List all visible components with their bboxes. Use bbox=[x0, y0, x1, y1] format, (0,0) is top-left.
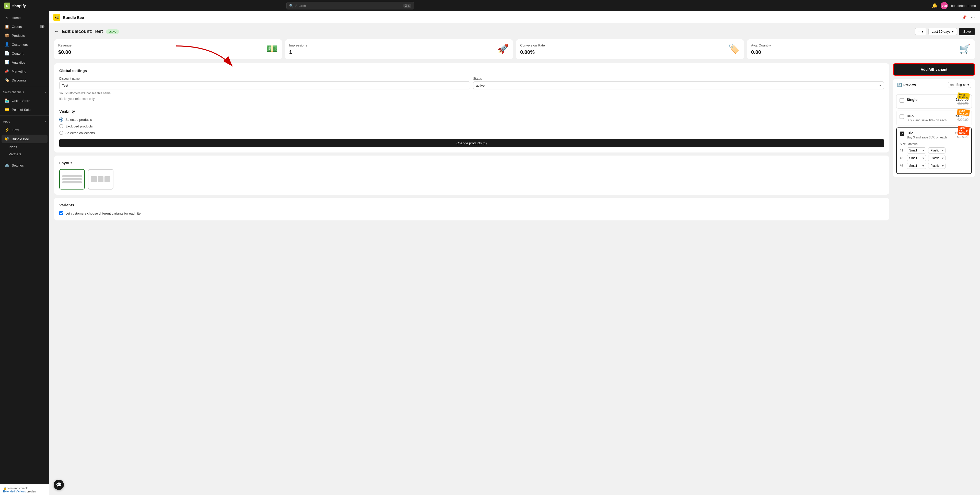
sidebar-item-products[interactable]: 📦 Products bbox=[2, 31, 48, 40]
search-shortcut: ⌘ K bbox=[403, 4, 411, 8]
visibility-title: Visibility bbox=[59, 109, 884, 113]
search-placeholder: Search bbox=[295, 4, 306, 8]
sidebar-label-online-store: Online Store bbox=[12, 99, 30, 103]
variant-size-select-3[interactable]: Small Medium Large bbox=[907, 163, 926, 169]
product-option-single: BESTCHOICE Single €100.00 €105 bbox=[896, 94, 972, 108]
stat-card-avg-quantity: Avg. Quantity 0.00 🛒 bbox=[747, 39, 975, 59]
sidebar-label-bundle-bee: Bundle Bee bbox=[12, 137, 29, 141]
variant-material-select-3[interactable]: Plastic Wood Metal bbox=[928, 163, 945, 169]
banner-link-row: Extended Variants preview bbox=[3, 490, 46, 493]
single-option-row: Single €100.00 €105.00 bbox=[899, 97, 969, 105]
sidebar-item-marketing[interactable]: 📣 Marketing bbox=[2, 67, 48, 76]
conversion-icon: 🏷️ bbox=[729, 43, 740, 54]
sidebar-label-products: Products bbox=[12, 34, 25, 38]
layout-line-2 bbox=[62, 178, 82, 180]
sidebar-item-point-of-sale[interactable]: 💳 Point of Sale bbox=[2, 105, 48, 114]
variant-num-1: #1 bbox=[900, 149, 905, 152]
radio-label-selected: Selected products bbox=[65, 118, 92, 122]
variant-size-select-2[interactable]: Small Medium Large bbox=[907, 155, 926, 161]
sidebar-separator-2 bbox=[0, 115, 49, 116]
sidebar-subitem-partners[interactable]: Partners bbox=[2, 151, 48, 158]
sidebar-item-online-store[interactable]: 🏪 Online Store bbox=[2, 96, 48, 105]
more-button[interactable]: ⋯ bbox=[970, 14, 976, 21]
single-name: Single bbox=[907, 97, 917, 102]
sidebar: ⌂ Home 📋 Orders 4 📦 Products 👤 Customers… bbox=[0, 11, 49, 495]
radio-selected-collections[interactable]: Selected collections bbox=[59, 131, 884, 135]
sidebar-label-discounts: Discounts bbox=[12, 78, 26, 82]
pin-button[interactable]: 📌 bbox=[961, 14, 968, 21]
sidebar-item-home[interactable]: ⌂ Home bbox=[2, 14, 48, 22]
trio-desc: Buy 3 and save 30% on each bbox=[907, 135, 947, 139]
layout-option-grid[interactable] bbox=[88, 169, 113, 189]
radio-circle-selected bbox=[59, 118, 64, 122]
status-select[interactable]: active inactive bbox=[473, 81, 884, 89]
top-navigation: S shopify 🔍 Search ⌘ K 🔔 bun bundlebee-d… bbox=[0, 0, 980, 11]
revenue-label: Revenue bbox=[58, 43, 72, 47]
discount-help-2: It's for your reference only bbox=[59, 97, 470, 100]
sidebar-item-orders[interactable]: 📋 Orders 4 bbox=[2, 22, 48, 31]
revenue-value: $0.00 bbox=[58, 49, 72, 55]
period-selector-button[interactable]: Last 30 days ▾ bbox=[928, 28, 957, 35]
app-header-actions: 📌 ⋯ bbox=[961, 14, 976, 21]
trio-checkbox[interactable]: ✓ bbox=[900, 132, 904, 136]
shopify-logo[interactable]: S shopify bbox=[4, 3, 26, 9]
variant-num-2: #2 bbox=[900, 156, 905, 160]
discount-help-1: Your customers will not see this name. bbox=[59, 91, 470, 95]
change-products-button[interactable]: Change products (1) bbox=[59, 139, 884, 147]
sidebar-item-content[interactable]: 📄 Content bbox=[2, 49, 48, 58]
analytics-icon: 📊 bbox=[5, 60, 9, 65]
sidebar-item-flow[interactable]: ⚡ Flow bbox=[2, 126, 48, 134]
add-ab-variant-button[interactable]: Add A/B variant bbox=[893, 63, 975, 76]
conversion-label: Conversion Rate bbox=[520, 43, 545, 47]
single-checkbox[interactable] bbox=[899, 98, 904, 103]
more-options-button[interactable]: ··· ▾ bbox=[915, 28, 926, 35]
visibility-radio-group: Selected products Excluded products Sele… bbox=[59, 118, 884, 135]
variant-material-select-2[interactable]: Plastic Wood Metal bbox=[928, 155, 945, 161]
extended-variants-link[interactable]: Extended Variants bbox=[3, 490, 26, 493]
sidebar-item-settings[interactable]: ⚙️ Settings bbox=[2, 161, 48, 170]
nav-right: 🔔 bun bundlebee-demo bbox=[932, 2, 976, 9]
language-selector[interactable]: en - English ▾ bbox=[948, 82, 971, 88]
point-of-sale-icon: 💳 bbox=[5, 107, 9, 112]
trio-variants-label: Size, Material bbox=[900, 142, 968, 146]
layout-grid bbox=[91, 176, 110, 182]
sales-channels-header: Sales channels › bbox=[0, 88, 49, 96]
sidebar-item-bundle-bee[interactable]: 🐝 Bundle Bee bbox=[2, 135, 48, 143]
discount-name-input[interactable] bbox=[59, 81, 470, 89]
sidebar-item-analytics[interactable]: 📊 Analytics bbox=[2, 58, 48, 67]
single-info: Single bbox=[907, 97, 917, 102]
search-bar[interactable]: 🔍 Search ⌘ K bbox=[286, 2, 414, 10]
layout-option-list[interactable] bbox=[59, 169, 85, 189]
impressions-label: Impressions bbox=[289, 43, 307, 47]
layout-options bbox=[59, 169, 884, 189]
sidebar-label-partners: Partners bbox=[9, 152, 21, 156]
back-button[interactable]: ← bbox=[54, 29, 59, 34]
right-panel: Add A/B variant 🔄 Preview en - English ▾ bbox=[893, 63, 975, 220]
flow-icon: ⚡ bbox=[5, 128, 9, 132]
sidebar-item-customers[interactable]: 👤 Customers bbox=[2, 40, 48, 49]
radio-excluded-products[interactable]: Excluded products bbox=[59, 124, 884, 128]
period-chevron: ▾ bbox=[952, 30, 954, 33]
impressions-value: 1 bbox=[289, 49, 307, 55]
discount-name-group: Discount name Your customers will not se… bbox=[59, 77, 470, 100]
variants-checkbox[interactable] bbox=[59, 211, 64, 215]
save-button[interactable]: Save bbox=[959, 28, 975, 35]
notification-bell-icon[interactable]: 🔔 bbox=[932, 3, 938, 8]
variants-checkbox-row[interactable]: Let customers choose different variants … bbox=[59, 211, 884, 215]
sidebar-separator-1 bbox=[0, 86, 49, 86]
period-label: Last 30 days bbox=[932, 30, 951, 33]
radio-circle-excluded bbox=[59, 124, 64, 128]
duo-option-row: Duo Buy 2 and save 10% on each €180.00 €… bbox=[899, 114, 969, 122]
layout-card: Layout bbox=[54, 156, 889, 195]
duo-checkbox[interactable] bbox=[899, 115, 904, 119]
conversion-value: 0.00% bbox=[520, 49, 545, 55]
variant-size-select-1[interactable]: Small Medium Large bbox=[907, 147, 926, 153]
sidebar-subitem-plans[interactable]: Plans bbox=[2, 143, 48, 150]
user-name: bundlebee-demo bbox=[951, 4, 976, 8]
user-avatar[interactable]: bun bbox=[941, 2, 948, 9]
variant-material-select-1[interactable]: Plastic Wood Metal bbox=[928, 147, 945, 153]
global-settings-title: Global settings bbox=[59, 68, 884, 73]
sidebar-item-discounts[interactable]: 🏷️ Discounts bbox=[2, 76, 48, 84]
radio-selected-products[interactable]: Selected products bbox=[59, 118, 884, 122]
chat-bubble[interactable]: 💬 bbox=[54, 480, 64, 490]
